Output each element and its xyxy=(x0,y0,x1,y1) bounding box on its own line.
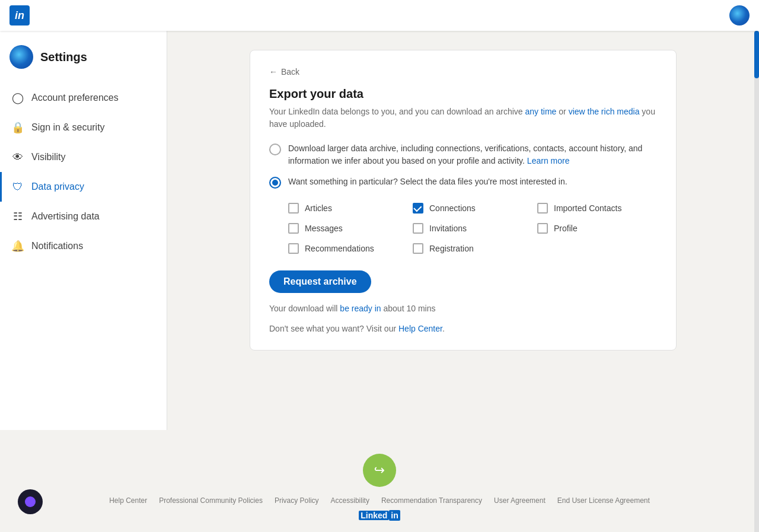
sidebar-item-label-visibility: Visibility xyxy=(31,152,66,163)
help-part1: Don't see what you want? Visit our xyxy=(269,324,398,333)
radio-option-full[interactable]: Download larger data archive, including … xyxy=(269,142,657,167)
export-title: Export your data xyxy=(269,87,657,101)
checkbox-label-profile: Profile xyxy=(554,224,578,233)
desc-part1: Your LinkedIn data belongs to you, and y… xyxy=(269,107,523,116)
checkbox-recommendations[interactable]: Recommendations xyxy=(288,243,408,254)
screen-reader-button[interactable] xyxy=(18,489,43,514)
content-area: ← Back Export your data Your LinkedIn da… xyxy=(167,31,759,430)
checkbox-label-invitations: Invitations xyxy=(429,224,467,233)
footer-links: Help Center Professional Community Polic… xyxy=(0,496,759,505)
sidebar-item-account[interactable]: ◯ Account preferences xyxy=(0,83,167,113)
main-layout: Settings ◯ Account preferences 🔒 Sign in… xyxy=(0,31,759,430)
footer-link-eula[interactable]: End User License Agreement xyxy=(557,496,650,505)
top-navigation: in xyxy=(0,0,759,31)
help-part2: . xyxy=(442,324,445,333)
radio-option-select[interactable]: Want something in particular? Select the… xyxy=(269,176,657,189)
checkbox-box-registration xyxy=(413,243,423,254)
help-text: Don't see what you want? Visit our Help … xyxy=(269,324,657,333)
help-center-link[interactable]: Help Center xyxy=(398,324,442,333)
footer-link-community[interactable]: Professional Community Policies xyxy=(159,496,263,505)
checkbox-box-recommendations xyxy=(288,243,299,254)
desc-link-any-time[interactable]: any time xyxy=(525,107,556,116)
checkbox-profile[interactable]: Profile xyxy=(537,223,657,234)
checkbox-box-profile xyxy=(537,223,548,234)
radio-label-select: Want something in particular? Select the… xyxy=(288,176,567,188)
request-archive-button[interactable]: Request archive xyxy=(269,270,371,293)
checkbox-registration[interactable]: Registration xyxy=(413,243,532,254)
footer: Help Center Professional Community Polic… xyxy=(0,430,759,532)
export-description: Your LinkedIn data belongs to you, and y… xyxy=(269,106,657,130)
sidebar-item-label-security: Sign in & security xyxy=(31,122,105,133)
shield-icon: 🛡 xyxy=(11,180,24,193)
bell-icon: 🔔 xyxy=(11,240,24,253)
footer-logo xyxy=(363,454,396,487)
scrollbar[interactable] xyxy=(754,31,759,532)
radio-circle-full xyxy=(269,144,281,155)
download-notice-blue: be ready in xyxy=(340,304,381,313)
screen-reader-dot-inner xyxy=(25,496,36,507)
checkbox-imported-contacts[interactable]: Imported Contacts xyxy=(537,203,657,214)
footer-link-user-agreement[interactable]: User Agreement xyxy=(494,496,546,505)
footer-link-privacy[interactable]: Privacy Policy xyxy=(275,496,319,505)
checkbox-label-messages: Messages xyxy=(305,224,343,233)
sidebar-item-notifications[interactable]: 🔔 Notifications xyxy=(0,231,167,261)
learn-more-link[interactable]: Learn more xyxy=(527,156,570,165)
sidebar: Settings ◯ Account preferences 🔒 Sign in… xyxy=(0,31,167,430)
checkbox-label-imported-contacts: Imported Contacts xyxy=(554,203,621,213)
desc-link-rich-media[interactable]: view the rich media xyxy=(569,107,640,116)
lock-icon: 🔒 xyxy=(11,121,24,134)
sidebar-item-visibility[interactable]: 👁 Visibility xyxy=(0,142,167,172)
scrollbar-thumb xyxy=(754,31,759,78)
download-notice: Your download will be ready in about 10 … xyxy=(269,304,657,313)
sidebar-item-label-notifications: Notifications xyxy=(31,241,83,251)
sidebar-item-advertising[interactable]: ☷ Advertising data xyxy=(0,202,167,231)
download-notice-text2: about 10 mins xyxy=(381,304,436,313)
sidebar-item-label-advertising: Advertising data xyxy=(31,211,100,222)
checkbox-box-invitations xyxy=(413,223,423,234)
sidebar-item-label-account: Account preferences xyxy=(31,93,119,103)
download-notice-text: Your download will xyxy=(269,304,340,313)
footer-brand: Linkedin xyxy=(0,511,759,520)
back-button[interactable]: ← Back xyxy=(269,67,299,77)
checkbox-label-recommendations: Recommendations xyxy=(305,244,374,253)
radio-label-full: Download larger data archive, including … xyxy=(288,142,657,167)
radio-circle-select xyxy=(269,177,281,189)
sidebar-item-security[interactable]: 🔒 Sign in & security xyxy=(0,113,167,142)
footer-link-accessibility[interactable]: Accessibility xyxy=(331,496,369,505)
desc-part2: or xyxy=(559,107,568,116)
checkbox-box-articles xyxy=(288,203,299,214)
sidebar-item-label-data-privacy: Data privacy xyxy=(31,181,84,192)
checkbox-label-connections: Connections xyxy=(429,203,476,213)
grid-icon: ☷ xyxy=(11,210,24,223)
export-card: ← Back Export your data Your LinkedIn da… xyxy=(250,50,677,351)
checkbox-articles[interactable]: Articles xyxy=(288,203,408,214)
radio-group: Download larger data archive, including … xyxy=(269,142,657,189)
footer-link-recommendation-transparency[interactable]: Recommendation Transparency xyxy=(381,496,482,505)
checkbox-label-articles: Articles xyxy=(305,203,332,213)
checkbox-box-imported-contacts xyxy=(537,203,548,214)
sidebar-item-data-privacy[interactable]: 🛡 Data privacy xyxy=(0,172,167,202)
settings-title: Settings xyxy=(40,50,87,64)
checkbox-box-messages xyxy=(288,223,299,234)
checkbox-label-registration: Registration xyxy=(429,244,474,253)
back-arrow-icon: ← xyxy=(269,67,278,77)
person-icon: ◯ xyxy=(11,91,24,104)
linkedin-logo[interactable]: in xyxy=(9,5,30,26)
footer-link-help[interactable]: Help Center xyxy=(109,496,147,505)
user-avatar[interactable] xyxy=(729,5,750,26)
checkbox-invitations[interactable]: Invitations xyxy=(413,223,532,234)
eye-icon: 👁 xyxy=(11,151,24,164)
settings-avatar xyxy=(9,45,33,69)
checkbox-connections[interactable]: Connections xyxy=(413,203,532,214)
settings-header: Settings xyxy=(0,45,167,83)
checkbox-grid: Articles Connections Imported Contacts M… xyxy=(288,203,657,254)
checkbox-box-connections xyxy=(413,203,423,214)
back-label: Back xyxy=(281,67,299,77)
checkbox-messages[interactable]: Messages xyxy=(288,223,408,234)
sidebar-navigation: ◯ Account preferences 🔒 Sign in & securi… xyxy=(0,83,167,261)
